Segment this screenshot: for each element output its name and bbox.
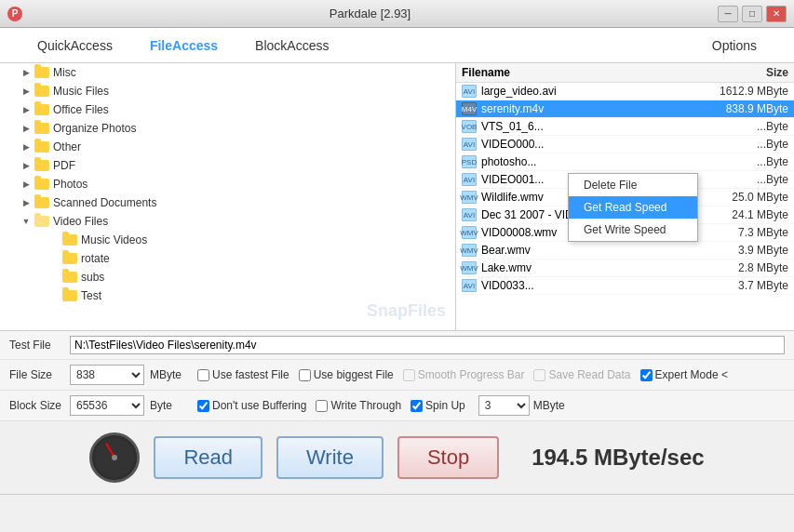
file-list-panel: Filename Size AVI large_video.avi 1612.9…	[456, 63, 794, 330]
folder-icon-music-videos	[61, 233, 78, 247]
nav-block-access[interactable]: BlockAccess	[236, 31, 347, 60]
file-size-select[interactable]: 838	[70, 365, 144, 385]
tree-item-video-files[interactable]: ▼ Video Files	[0, 212, 455, 231]
file-icon-vid0033: AVI	[462, 279, 477, 292]
read-button[interactable]: Read	[154, 436, 262, 479]
file-size-row: File Size 838 MByte Use fastest File Use…	[0, 360, 794, 391]
close-button[interactable]: ✕	[766, 6, 787, 22]
use-fastest-file-text: Use fastest File	[212, 368, 289, 381]
file-row-serenity[interactable]: M4V serenity.m4v 838.9 MByte	[456, 100, 794, 118]
tree-item-other[interactable]: ▶ Other	[0, 138, 455, 156]
expand-arrow-pdf: ▶	[19, 161, 34, 170]
file-row-vts01[interactable]: VOB VTS_01_6... ...Byte	[456, 118, 794, 136]
tree-label-organize-photos: Organize Photos	[53, 122, 136, 135]
stop-button[interactable]: Stop	[397, 436, 499, 479]
header-size: Size	[695, 66, 788, 79]
tree-item-organize-photos[interactable]: ▶ Organize Photos	[0, 119, 455, 138]
bottom-panel: Read Write Stop 194.5 MByte/sec	[0, 421, 794, 494]
tree-label-video-files: Video Files	[53, 215, 108, 228]
file-row-vid0033[interactable]: AVI VID0033... 3.7 MByte	[456, 277, 794, 295]
file-size-video000: ...Byte	[695, 138, 788, 151]
folder-icon-other	[34, 140, 50, 154]
tree-item-music-files[interactable]: ▶ Music Files	[0, 82, 455, 100]
context-menu-get-read-speed[interactable]: Get Read Speed	[569, 196, 697, 219]
save-read-data-checkbox	[533, 369, 545, 381]
tree-item-pdf[interactable]: ▶ PDF	[0, 156, 455, 175]
use-biggest-file-label[interactable]: Use biggest File	[299, 368, 394, 381]
file-size-photoshop: ...Byte	[695, 155, 788, 168]
file-size-dec31: 24.1 MByte	[695, 208, 788, 221]
save-read-data-text: Save Read Data	[548, 368, 630, 381]
maximize-button[interactable]: □	[742, 6, 762, 22]
tree-label-pdf: PDF	[53, 159, 75, 172]
speedometer-center-dot	[112, 455, 117, 460]
file-row-photoshop[interactable]: PSD photosho... ...Byte	[456, 153, 794, 171]
write-through-checkbox[interactable]	[316, 400, 328, 412]
use-biggest-file-checkbox[interactable]	[299, 369, 311, 381]
file-size-video001: ...Byte	[695, 173, 788, 186]
expand-arrow-office-files: ▶	[19, 105, 34, 114]
use-fastest-file-checkbox[interactable]	[197, 369, 209, 381]
dont-use-buffering-label[interactable]: Don't use Buffering	[197, 399, 306, 412]
spin-up-label[interactable]: Spin Up	[410, 399, 465, 412]
file-size-label: File Size	[9, 368, 70, 381]
file-name-serenity: serenity.m4v	[481, 102, 695, 115]
file-icon-lake: WMV	[462, 261, 477, 274]
spin-up-select[interactable]: 3	[478, 395, 530, 416]
file-size-wildlife: 25.0 MByte	[695, 191, 788, 204]
nav-file-access[interactable]: FileAccess	[131, 31, 236, 60]
expand-arrow-scanned-documents: ▶	[19, 198, 34, 207]
write-button[interactable]: Write	[276, 436, 384, 479]
tree-item-photos[interactable]: ▶ Photos	[0, 175, 455, 193]
tree-item-misc[interactable]: ▶ Misc	[0, 63, 455, 82]
context-menu-get-write-speed[interactable]: Get Write Speed	[569, 219, 697, 241]
tree-item-test[interactable]: Test	[0, 286, 455, 305]
tree-item-office-files[interactable]: ▶ Office Files	[0, 100, 455, 119]
folder-icon-rotate	[61, 251, 78, 266]
file-name-lake: Lake.wmv	[481, 261, 695, 274]
block-size-label: Block Size	[9, 399, 70, 412]
block-size-row: Block Size 65536 Byte Don't use Bufferin…	[0, 391, 794, 421]
file-row-bear[interactable]: WMV Bear.wmv 3.9 MByte	[456, 242, 794, 259]
tree-item-scanned-documents[interactable]: ▶ Scanned Documents	[0, 193, 455, 212]
expert-mode-checkbox[interactable]	[640, 369, 653, 381]
tree-item-subs[interactable]: subs	[0, 268, 455, 286]
tree-label-photos: Photos	[53, 178, 87, 191]
file-size-serenity: 838.9 MByte	[695, 102, 788, 115]
test-file-row: Test File	[0, 331, 794, 360]
spin-up-checkbox[interactable]	[410, 400, 423, 412]
test-file-input[interactable]	[70, 336, 785, 354]
app-icon: P	[7, 7, 22, 21]
tree-item-music-videos[interactable]: Music Videos	[0, 231, 455, 249]
expand-arrow-organize-photos: ▶	[19, 124, 34, 133]
dont-use-buffering-checkbox[interactable]	[197, 400, 209, 412]
smooth-progress-bar-checkbox	[403, 369, 415, 381]
file-row-lake[interactable]: WMV Lake.wmv 2.8 MByte	[456, 259, 794, 277]
tree-item-rotate[interactable]: rotate	[0, 249, 455, 268]
smooth-progress-bar-text: Smooth Progress Bar	[418, 368, 525, 381]
file-icon-video001: AVI	[462, 173, 477, 186]
tree-label-test: Test	[81, 289, 101, 302]
expert-mode-label[interactable]: Expert Mode <	[640, 368, 728, 381]
folder-icon-office-files	[34, 102, 50, 117]
tree-label-music-videos: Music Videos	[81, 233, 147, 246]
expand-arrow-music-files: ▶	[19, 86, 34, 96]
dont-use-buffering-text: Don't use Buffering	[212, 399, 306, 412]
tree-label-subs: subs	[81, 271, 104, 284]
folder-icon-photos	[34, 177, 50, 192]
nav-options[interactable]: Options	[693, 31, 775, 60]
nav-quick-access[interactable]: QuickAccess	[19, 31, 131, 60]
block-size-select[interactable]: 65536	[70, 395, 144, 416]
folder-icon-organize-photos	[34, 121, 50, 136]
file-row-large-video[interactable]: AVI large_video.avi 1612.9 MByte	[456, 83, 794, 100]
write-through-label[interactable]: Write Through	[316, 399, 401, 412]
context-menu-delete-file[interactable]: Delete File	[569, 174, 697, 196]
file-icon-video000: AVI	[462, 138, 477, 151]
file-size-unit: MByte	[150, 368, 192, 381]
use-fastest-file-label[interactable]: Use fastest File	[197, 368, 289, 381]
nav-bar: QuickAccess FileAccess BlockAccess Optio…	[0, 28, 794, 63]
minimize-button[interactable]: ─	[718, 6, 738, 22]
smooth-progress-bar-label: Smooth Progress Bar	[403, 368, 525, 381]
file-row-video000[interactable]: AVI VIDEO000... ...Byte	[456, 136, 794, 153]
file-icon-m4v: M4V	[462, 102, 477, 115]
